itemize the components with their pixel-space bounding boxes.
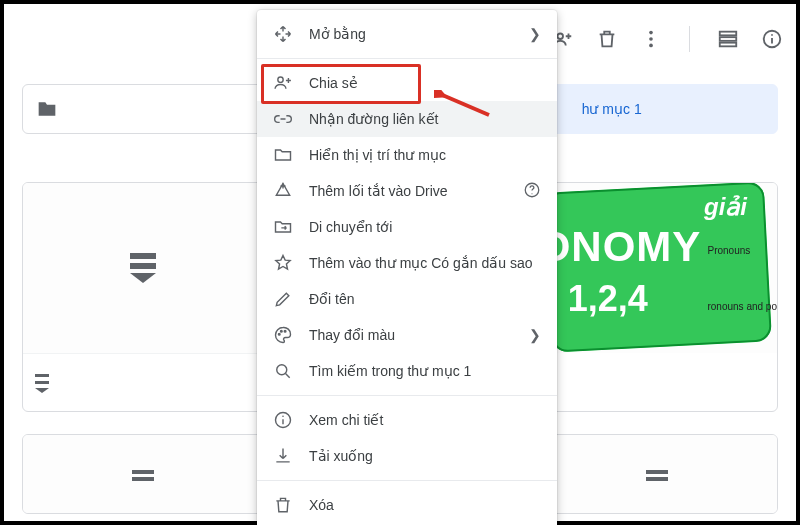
trash-icon[interactable] bbox=[595, 27, 619, 51]
file-card-1[interactable] bbox=[22, 182, 263, 412]
svg-point-13 bbox=[278, 333, 280, 335]
svg-point-19 bbox=[282, 415, 284, 417]
more-icon[interactable] bbox=[639, 27, 663, 51]
top-toolbar bbox=[551, 26, 784, 52]
menu-item-label: Xem chi tiết bbox=[309, 412, 541, 428]
menu-item-label: Thêm vào thư mục Có gắn dấu sao bbox=[309, 255, 541, 271]
svg-point-16 bbox=[277, 365, 287, 375]
link-icon bbox=[273, 109, 293, 129]
file-card-6[interactable] bbox=[537, 434, 778, 514]
menu-view-details[interactable]: Xem chi tiết bbox=[257, 402, 557, 438]
svg-rect-6 bbox=[720, 43, 737, 47]
file-card-preview bbox=[23, 183, 262, 353]
bars-icon bbox=[646, 470, 668, 481]
open-with-icon bbox=[273, 24, 293, 44]
annotation-arrow bbox=[434, 90, 494, 124]
svg-point-10 bbox=[278, 77, 283, 82]
pencil-icon bbox=[273, 289, 293, 309]
file-card-3[interactable]: giải ONOMY 1,2,4 Pronouns ronouns and po… bbox=[537, 182, 778, 412]
person-add-icon bbox=[273, 73, 293, 93]
chevron-right-icon: ❯ bbox=[529, 327, 541, 343]
context-menu: Mở bằng ❯ Chia sẻ Nhận đường liên kết Hi… bbox=[257, 10, 557, 525]
svg-rect-5 bbox=[720, 37, 737, 41]
folder-chip-label: hư mục 1 bbox=[582, 101, 642, 117]
drive-shortcut-icon bbox=[273, 181, 293, 201]
menu-search-in[interactable]: Tìm kiếm trong thư mục 1 bbox=[257, 353, 557, 389]
menu-remove[interactable]: Xóa bbox=[257, 487, 557, 523]
menu-move-to[interactable]: Di chuyển tới bbox=[257, 209, 557, 245]
folder-chip-selected[interactable]: hư mục 1 bbox=[537, 84, 778, 134]
menu-separator bbox=[257, 395, 557, 396]
thumb-side-text: Pronouns ronouns and po bbox=[707, 243, 777, 315]
svg-point-9 bbox=[771, 34, 773, 36]
list-view-icon[interactable] bbox=[716, 27, 740, 51]
file-card-4[interactable] bbox=[22, 434, 263, 514]
svg-line-20 bbox=[440, 94, 489, 115]
folder-chip-1[interactable] bbox=[22, 84, 263, 134]
svg-point-3 bbox=[649, 44, 653, 48]
menu-open-with[interactable]: Mở bằng ❯ bbox=[257, 16, 557, 52]
svg-point-1 bbox=[649, 31, 653, 35]
menu-item-label: Chia sẻ bbox=[309, 75, 541, 91]
menu-rename[interactable]: Đổi tên bbox=[257, 281, 557, 317]
svg-rect-4 bbox=[720, 32, 737, 36]
menu-share[interactable]: Chia sẻ bbox=[257, 65, 557, 101]
svg-point-2 bbox=[649, 37, 653, 41]
svg-point-14 bbox=[281, 330, 283, 332]
info-icon bbox=[273, 410, 293, 430]
thumb-text: ONOMY bbox=[538, 223, 702, 271]
menu-item-label: Tải xuống bbox=[309, 448, 541, 464]
menu-item-label: Mở bằng bbox=[309, 26, 513, 42]
help-icon bbox=[523, 181, 541, 202]
svg-point-0 bbox=[558, 34, 564, 40]
palette-icon bbox=[273, 325, 293, 345]
menu-change-color[interactable]: Thay đổi màu ❯ bbox=[257, 317, 557, 353]
search-icon bbox=[273, 361, 293, 381]
star-icon bbox=[273, 253, 293, 273]
download-icon bbox=[273, 446, 293, 466]
menu-item-label: Thêm lối tắt vào Drive bbox=[309, 183, 507, 199]
menu-star[interactable]: Thêm vào thư mục Có gắn dấu sao bbox=[257, 245, 557, 281]
folder-icon bbox=[273, 145, 293, 165]
file-card-footer bbox=[23, 353, 262, 412]
svg-point-15 bbox=[284, 330, 286, 332]
menu-item-label: Xóa bbox=[309, 497, 541, 513]
file-card-preview bbox=[23, 435, 262, 514]
menu-get-link[interactable]: Nhận đường liên kết bbox=[257, 101, 557, 137]
stack-icon bbox=[35, 374, 49, 393]
menu-separator bbox=[257, 480, 557, 481]
menu-item-label: Di chuyển tới bbox=[309, 219, 541, 235]
menu-add-shortcut[interactable]: Thêm lối tắt vào Drive bbox=[257, 173, 557, 209]
app-frame: hư mục 1 giải ONOMY 1,2,4 Pronouns ronou… bbox=[0, 0, 800, 525]
trash-icon bbox=[273, 495, 293, 515]
menu-download[interactable]: Tải xuống bbox=[257, 438, 557, 474]
folder-move-icon bbox=[273, 217, 293, 237]
info-icon[interactable] bbox=[760, 27, 784, 51]
file-card-preview: giải ONOMY 1,2,4 Pronouns ronouns and po bbox=[538, 183, 777, 353]
stack-icon bbox=[130, 253, 156, 283]
menu-item-label: Nhận đường liên kết bbox=[309, 111, 541, 127]
menu-item-label: Đổi tên bbox=[309, 291, 541, 307]
svg-point-12 bbox=[531, 193, 532, 194]
file-card-preview bbox=[538, 435, 777, 514]
menu-item-label: Hiển thị vị trí thư mục bbox=[309, 147, 541, 163]
menu-item-label: Tìm kiếm trong thư mục 1 bbox=[309, 363, 541, 379]
thumb-text: 1,2,4 bbox=[568, 278, 648, 320]
menu-separator bbox=[257, 58, 557, 59]
folder-icon bbox=[37, 99, 57, 119]
menu-show-location[interactable]: Hiển thị vị trí thư mục bbox=[257, 137, 557, 173]
chevron-right-icon: ❯ bbox=[529, 26, 541, 42]
menu-item-label: Thay đổi màu bbox=[309, 327, 513, 343]
bars-icon bbox=[132, 470, 154, 481]
toolbar-separator bbox=[689, 26, 690, 52]
thumb-text: giải bbox=[704, 193, 747, 221]
